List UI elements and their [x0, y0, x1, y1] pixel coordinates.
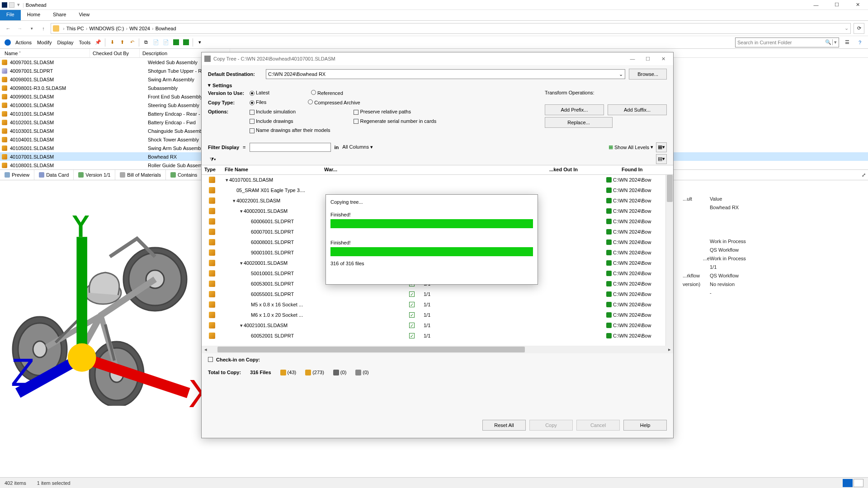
tree-header[interactable]: Type File Name War... ...ked Out In Foun… — [202, 165, 673, 175]
nav-up-button[interactable]: ↑ — [39, 24, 48, 33]
checkbox-icon[interactable]: ✓ — [409, 323, 415, 328]
new-file-icon[interactable]: 📄 — [152, 38, 160, 47]
checkin-icon[interactable]: ⬇ — [108, 38, 116, 47]
copy-button[interactable]: Copy — [529, 420, 573, 431]
destination-input[interactable]: C:\WN 2024\Bowhead RX ⌄ — [266, 69, 625, 79]
minimize-button[interactable]: — — [806, 0, 826, 10]
filter-icon[interactable]: ▾ — [196, 38, 204, 47]
expand-icon[interactable]: ▾ — [239, 323, 244, 328]
col-name[interactable]: Name ˄ — [2, 49, 90, 57]
address-dropdown-icon[interactable]: ⌄ — [844, 25, 849, 31]
tree-row[interactable]: M6 x 1.0 x 20 Socket ... ✓ 1/1 C:\WN 202… — [202, 310, 673, 320]
checkbox-icon[interactable]: ✓ — [409, 333, 415, 338]
tab-share[interactable]: Share — [47, 10, 72, 20]
copy-icon[interactable]: ⧉ — [142, 38, 150, 47]
dialog-close-button[interactable]: ✕ — [656, 54, 670, 64]
green-box-icon[interactable] — [172, 38, 180, 47]
expand-icon[interactable]: ▾ — [225, 177, 229, 183]
display-menu[interactable]: Display — [55, 40, 75, 45]
tab-version[interactable]: Version 1/1 — [74, 170, 115, 180]
view-mode-button-1[interactable]: ▦▾ — [656, 142, 667, 152]
cb-regenerate-serial[interactable]: Regenerate serial number in cards — [354, 118, 436, 124]
reset-all-button[interactable]: Reset All — [482, 420, 526, 431]
search-input[interactable]: Search in Current Folder 🔍 ▾ — [735, 38, 839, 47]
tab-home[interactable]: Home — [21, 10, 47, 20]
undo-checkout-icon[interactable]: ↶ — [128, 38, 136, 47]
green-arrow-icon[interactable] — [182, 38, 190, 47]
tree-hscrollbar[interactable]: ◂▸ — [202, 346, 673, 353]
nav-forward-button[interactable]: → — [15, 24, 24, 33]
expand-icon[interactable]: ▾ — [232, 198, 236, 204]
col-checkedoutin[interactable]: ...ked Out In — [547, 165, 619, 174]
tree-row[interactable]: 60055001.SLDPRT ✓ 1/1 C:\WN 2024\Bow — [202, 289, 673, 300]
col-warnings[interactable]: War... — [321, 165, 340, 174]
modify-menu[interactable]: Modify — [35, 40, 53, 45]
vault-toolbar-icon[interactable] — [4, 38, 12, 47]
popout-icon[interactable]: ⤢ — [859, 170, 868, 180]
radio-compressed[interactable]: Compressed Archive — [308, 99, 360, 105]
actions-menu[interactable]: Actions — [14, 40, 33, 45]
help-icon[interactable]: ? — [855, 38, 864, 47]
column-settings-icon[interactable]: ☰ — [843, 38, 852, 47]
close-button[interactable]: ✕ — [847, 0, 868, 10]
tree-row[interactable]: ▾ 40021001.SLDASM ✓ 1/1 C:\WN 2024\Bow — [202, 320, 673, 331]
radio-referenced[interactable]: Referenced — [311, 90, 343, 96]
cb-preserve-paths[interactable]: Preserve relative paths — [354, 109, 436, 115]
expand-icon[interactable]: ▾ — [239, 260, 244, 266]
pin-icon[interactable]: 📌 — [94, 38, 102, 47]
cancel-button[interactable]: Cancel — [576, 420, 620, 431]
dialog-titlebar[interactable]: Copy Tree - C:\WN 2024\Bowhead\40107001.… — [202, 52, 673, 65]
cb-checkin-on-copy[interactable] — [208, 357, 213, 362]
tree-row[interactable]: ▾ 40107001.SLDASM C:\WN 2024\Bow — [202, 175, 673, 185]
col-filename[interactable]: File Name — [222, 165, 321, 174]
checkout-icon[interactable]: ⬆ — [118, 38, 126, 47]
tab-file[interactable]: File — [0, 10, 21, 20]
tree-row[interactable]: M5 x 0.8 x 16 Socket ... ✓ 1/1 C:\WN 202… — [202, 300, 673, 310]
tree-vscrollbar[interactable] — [665, 175, 673, 346]
crumb-folder2[interactable]: Bowhead — [156, 26, 176, 31]
nav-back-button[interactable]: ← — [4, 24, 13, 33]
add-prefix-button[interactable]: Add Prefix... — [545, 104, 604, 115]
breadcrumb-path[interactable]: › This PC› WINDOWS (C:)› WN 2024› Bowhea… — [51, 23, 851, 34]
refresh-button[interactable]: ⟳ — [854, 23, 864, 34]
radio-files[interactable]: Files — [250, 99, 266, 105]
maximize-button[interactable]: ☐ — [826, 0, 847, 10]
crumb-thispc[interactable]: This PC — [66, 26, 84, 31]
new-folder-icon[interactable]: 📄 — [162, 38, 170, 47]
cb-name-drawings[interactable]: Name drawings after their models — [250, 127, 330, 133]
col-foundin[interactable]: Found In — [619, 165, 673, 174]
view-mode-button-2[interactable]: ▤▾ — [656, 154, 667, 164]
col-checkedout[interactable]: Checked Out By — [90, 49, 140, 57]
view-icons-button[interactable] — [854, 479, 863, 487]
tab-contains[interactable]: Contains — [166, 170, 202, 180]
destination-dropdown-icon[interactable]: ⌄ — [619, 71, 623, 77]
tree-row[interactable]: 60052001 SLDPRT ✓ 1/1 C:\WN 2024\Bow — [202, 331, 673, 341]
qat-icon[interactable] — [9, 2, 14, 8]
filter-column-dropdown[interactable]: All Columns ▾ — [342, 144, 373, 150]
browse-button[interactable]: Browse... — [629, 69, 667, 80]
cb-include-simulation[interactable]: Include simulation — [250, 109, 330, 115]
crumb-drive[interactable]: WINDOWS (C:) — [89, 26, 124, 31]
checkbox-icon[interactable]: ✓ — [409, 302, 415, 307]
tab-bom[interactable]: Bill of Materials — [115, 170, 166, 180]
tab-view[interactable]: View — [72, 10, 96, 20]
preview-viewport[interactable]: X Y Z — [0, 194, 201, 418]
filter-input[interactable] — [250, 143, 331, 152]
help-button[interactable]: Help — [623, 420, 667, 431]
qat-dropdown-icon[interactable]: ▾ — [17, 2, 20, 8]
tab-datacard[interactable]: Data Card — [34, 170, 74, 180]
col-type[interactable]: Type — [202, 165, 222, 174]
dialog-minimize-button[interactable]: — — [625, 54, 640, 64]
settings-toggle[interactable]: ▾Settings — [208, 82, 667, 88]
crumb-folder1[interactable]: WN 2024 — [129, 26, 150, 31]
funnel-filter-button[interactable]: ⧩▾ — [208, 155, 218, 164]
radio-latest[interactable]: Latest — [250, 90, 269, 96]
replace-button[interactable]: Replace... — [545, 117, 613, 128]
checkbox-icon[interactable]: ✓ — [409, 291, 415, 297]
view-details-button[interactable] — [843, 479, 853, 487]
search-dropdown-icon[interactable]: ▾ — [832, 39, 837, 45]
expand-icon[interactable]: ▾ — [239, 208, 244, 214]
cb-include-drawings[interactable]: Include drawings — [250, 118, 330, 124]
checkbox-icon[interactable]: ✓ — [409, 312, 415, 318]
tools-menu[interactable]: Tools — [77, 40, 93, 45]
